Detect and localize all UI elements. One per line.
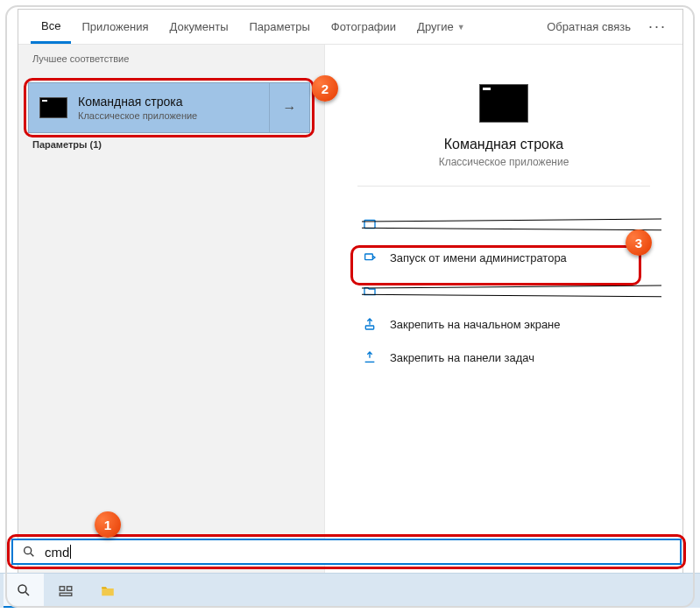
results-body: Лучшее соответствие Командная строка Кла…: [18, 45, 682, 577]
open-icon: [362, 217, 378, 231]
svg-rect-5: [60, 586, 64, 590]
admin-shield-icon: [362, 250, 378, 264]
cmd-preview-icon: [479, 84, 528, 123]
action-pin-to-taskbar[interactable]: Закрепить на панели задач: [325, 341, 682, 374]
svg-rect-1: [365, 254, 373, 260]
more-options-button[interactable]: ···: [640, 18, 675, 36]
svg-rect-0: [364, 220, 375, 228]
svg-rect-7: [60, 593, 72, 595]
tab-all[interactable]: Все: [31, 10, 71, 44]
search-input-row[interactable]: cmd: [11, 539, 682, 565]
svg-rect-6: [67, 586, 72, 590]
taskbar-explorer-button[interactable]: [88, 574, 128, 608]
divider: [357, 186, 651, 187]
expand-arrow-button[interactable]: →: [269, 83, 309, 132]
taskbar: [0, 573, 700, 608]
preview-title: Командная строка: [444, 137, 564, 152]
pin-start-icon: [362, 317, 378, 331]
tab-apps[interactable]: Приложения: [71, 10, 159, 44]
best-match-text: Командная строка Классическое приложение: [78, 95, 269, 121]
best-match-result[interactable]: Командная строка Классическое приложение…: [28, 82, 310, 133]
action-open-file-location[interactable]: Перейти к расположению файла: [325, 274, 682, 307]
best-match-header: Лучшее соответствие: [18, 45, 324, 69]
results-left-column: Лучшее соответствие Командная строка Кла…: [18, 45, 325, 577]
chevron-down-icon: ▼: [457, 23, 465, 32]
preview-subtitle: Классическое приложение: [439, 156, 569, 168]
tab-photos[interactable]: Фотографии: [321, 10, 407, 44]
action-pin-to-start[interactable]: Закрепить на начальном экране: [325, 307, 682, 341]
cmd-icon: [39, 97, 67, 118]
search-query-text: cmd: [45, 545, 69, 560]
text-caret: [70, 545, 71, 559]
annotation-badge-3: 3: [626, 229, 652, 256]
tab-documents[interactable]: Документы: [159, 10, 238, 44]
result-subtitle: Классическое приложение: [78, 110, 269, 121]
feedback-link[interactable]: Обратная связь: [538, 20, 640, 33]
pin-taskbar-icon: [362, 350, 378, 364]
annotation-highlight-2: Командная строка Классическое приложение…: [24, 78, 315, 137]
action-label: Закрепить на панели задач: [390, 351, 534, 364]
settings-group-header: Параметры (1): [32, 139, 102, 150]
result-title: Командная строка: [78, 95, 269, 109]
taskbar-taskview-button[interactable]: [46, 574, 86, 608]
results-right-column: Командная строка Классическое приложение…: [325, 45, 682, 577]
search-panel: Все Приложения Документы Параметры Фотог…: [18, 9, 683, 578]
tab-other-label: Другие: [417, 20, 454, 33]
action-label: Запуск от имени администратора: [390, 251, 567, 264]
tab-settings[interactable]: Параметры: [238, 10, 320, 44]
search-icon: [13, 545, 45, 559]
svg-rect-2: [365, 326, 373, 329]
action-label: Закрепить на начальном экране: [390, 318, 561, 331]
annotation-badge-1: 1: [95, 511, 121, 538]
tab-other[interactable]: Другие ▼: [407, 10, 476, 44]
annotation-badge-2: 2: [312, 75, 338, 102]
svg-point-4: [18, 585, 26, 593]
taskbar-search-button[interactable]: [4, 574, 44, 608]
annotation-highlight-1: cmd: [7, 534, 686, 569]
tabs-bar: Все Приложения Документы Параметры Фотог…: [18, 10, 682, 45]
svg-point-3: [25, 547, 32, 554]
folder-location-icon: [362, 284, 378, 298]
